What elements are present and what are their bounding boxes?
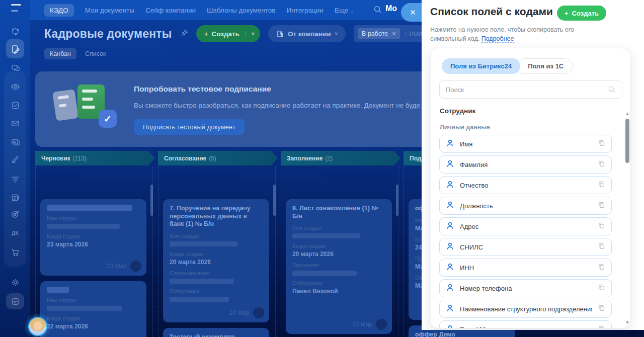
field-item[interactable]: Должность	[439, 197, 612, 215]
kanban-card[interactable]: Кем создан Когда создан 22 марта 2026	[40, 281, 146, 337]
copy-icon[interactable]	[598, 222, 605, 231]
field-item[interactable]: Фамилия	[439, 155, 612, 174]
crm-cards-icon[interactable]	[6, 134, 24, 150]
tab-1c-fields[interactable]: Поля из 1С	[516, 58, 573, 74]
field-item[interactable]: Имя	[439, 135, 612, 153]
panel-title: Список полей с кодами	[430, 6, 553, 18]
fields-search[interactable]	[439, 80, 622, 99]
column-header[interactable]: Черновик(113)	[35, 151, 155, 165]
sign-documents-icon[interactable]	[6, 39, 24, 58]
view-switcher: Канбан Список	[44, 48, 111, 59]
left-sidebar: ДК	[0, 0, 30, 337]
tab-list[interactable]: Список	[79, 48, 112, 59]
copy-icon[interactable]	[598, 263, 605, 273]
search-icon	[608, 86, 616, 94]
market-icon[interactable]	[6, 293, 24, 309]
sign-test-document-button[interactable]: Подписать тестовый документ	[134, 119, 245, 135]
nav-document-templates[interactable]: Шаблоны документов	[207, 7, 275, 14]
panel-close-button[interactable]: ✕	[401, 3, 422, 22]
field-item[interactable]: Адрес	[439, 217, 612, 235]
video-bot-icon[interactable]	[6, 78, 24, 95]
settings-gear-icon[interactable]	[6, 274, 24, 290]
avatar	[376, 319, 387, 330]
from-company-button[interactable]: От компании ˅	[268, 25, 346, 42]
column-header[interactable]: Заполнение(2)	[281, 151, 400, 165]
news-icon[interactable]	[6, 189, 24, 205]
messenger-icon[interactable]	[6, 60, 24, 76]
scroll-down-icon[interactable]: ▼	[625, 320, 630, 325]
filter-chip-in-progress[interactable]: В работе ✕	[358, 28, 400, 39]
menu-burger-icon[interactable]	[11, 4, 21, 16]
person-icon	[446, 324, 454, 329]
fields-source-tabs: Поля из Битрикс24 Поля из 1С	[442, 58, 573, 74]
field-item[interactable]: Номер телефона	[439, 279, 612, 297]
copy-icon[interactable]	[598, 325, 605, 329]
page-title: Кадровые документы	[44, 27, 172, 41]
panel-create-button[interactable]: +Создать	[557, 6, 606, 21]
marketing-target-icon[interactable]	[6, 206, 24, 222]
building-icon	[276, 30, 284, 38]
panel-subtitle: Нажмите на нужное поле, чтобы скопироват…	[430, 25, 601, 43]
search-icon[interactable]	[373, 5, 382, 16]
create-dropdown-chevron[interactable]: ˅	[246, 31, 260, 37]
copy-icon[interactable]	[598, 139, 605, 149]
tasks-icon[interactable]	[6, 97, 24, 113]
copy-icon[interactable]	[598, 242, 605, 252]
column-header[interactable]: Согласование(5)	[158, 151, 278, 165]
nav-company-safe[interactable]: Сейф компании	[145, 7, 196, 14]
column-scrollbar[interactable]	[273, 185, 276, 216]
kanban-card[interactable]: 7. Поручение на передачу персональных да…	[163, 199, 269, 322]
create-document-button[interactable]: +Создать ˅	[196, 25, 260, 42]
field-item[interactable]: ИНН	[439, 259, 612, 277]
shop-cart-icon[interactable]	[6, 244, 24, 260]
field-item[interactable]: Отчество	[439, 176, 612, 194]
field-item[interactable]: СНИЛС	[439, 238, 612, 256]
person-icon	[446, 201, 454, 211]
kanban-card[interactable]: Кем создан Когда создан 23 марта 2026 23…	[40, 199, 146, 276]
nav-my-documents[interactable]: Мои документы	[85, 7, 134, 14]
mail-icon[interactable]	[6, 115, 24, 131]
plus-icon: +	[565, 10, 569, 17]
copy-icon[interactable]	[598, 304, 605, 314]
user-avatar[interactable]	[28, 317, 47, 336]
field-item[interactable]: Тест 123	[439, 320, 612, 328]
copy-icon[interactable]	[598, 201, 605, 211]
chevron-down-icon: ˅	[335, 31, 338, 36]
scroll-up-icon[interactable]: ▲	[625, 111, 630, 116]
kanban-card[interactable]: Тестовый экземпляр	[163, 328, 269, 337]
person-icon	[446, 159, 454, 170]
tab-bitrix24-fields[interactable]: Поля из Битрикс24	[442, 58, 520, 74]
kanban-column-approval: Согласование(5) 7. Поручение на передачу…	[158, 151, 278, 337]
chevron-down-icon: ⌄	[350, 8, 354, 14]
copy-icon[interactable]	[598, 160, 605, 170]
person-icon	[446, 263, 454, 273]
scrollbar-thumb[interactable]	[625, 119, 629, 163]
copy-icon[interactable]	[598, 181, 605, 190]
signature-pen-icon[interactable]	[6, 151, 24, 167]
group-header: Сотрудник	[440, 107, 475, 115]
kanban-column-draft: Черновик(113) Кем создан Когда создан 23…	[35, 151, 155, 337]
copy-icon[interactable]	[598, 284, 605, 293]
app-root: ДК КЭДО Мои документы Сейф компании Шабл…	[0, 0, 644, 337]
column-scrollbar[interactable]	[396, 185, 398, 216]
pin-icon[interactable]	[181, 29, 188, 38]
nav-integrations[interactable]: Интеграции	[286, 7, 323, 14]
banner-title: Попробовать тестовое подписание	[134, 85, 271, 94]
field-item[interactable]: Наименование структурного подразделения	[439, 300, 612, 318]
person-icon	[446, 221, 454, 232]
details-link[interactable]: Подробнее	[481, 35, 514, 43]
person-icon	[446, 180, 454, 191]
plus-icon: +	[204, 30, 208, 38]
column-scrollbar[interactable]	[150, 185, 153, 216]
nav-more[interactable]: Еще⌄	[335, 7, 354, 14]
documents-illustration: ✓	[48, 83, 129, 136]
dk-badge-icon[interactable]: ДК	[6, 225, 24, 241]
kanban-card[interactable]: 8. Лист ознакомления (1) № Б/н Кем созда…	[286, 199, 392, 334]
sales-funnel-icon[interactable]	[6, 171, 24, 187]
chip-close-icon[interactable]: ✕	[391, 31, 396, 37]
tab-kanban[interactable]: Канбан	[44, 48, 76, 59]
panel-scrollbar[interactable]: ▲ ▼	[625, 111, 630, 325]
nav-kedo[interactable]: КЭДО	[44, 4, 74, 17]
search-input[interactable]	[446, 86, 604, 94]
feed-icon[interactable]	[6, 23, 24, 39]
